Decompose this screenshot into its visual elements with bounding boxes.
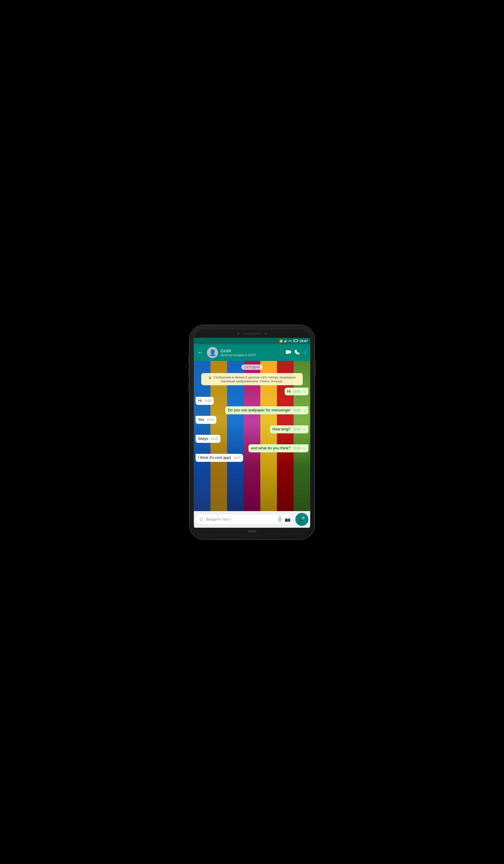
- contact-name: Grish: [220, 348, 284, 353]
- camera-button[interactable]: 📷: [285, 516, 291, 522]
- attach-button[interactable]: 📎: [276, 515, 284, 524]
- contact-status: был(-а) сегодня в 19:07: [220, 353, 284, 357]
- wifi-icon: 📶: [279, 339, 283, 343]
- silent-button: [189, 382, 190, 391]
- phone-bottom-bar: [194, 528, 310, 535]
- message-row: Do you use wallpaper for messenger 19:05…: [196, 406, 308, 414]
- svg-rect-1: [285, 341, 285, 342]
- emoji-button[interactable]: ☺: [199, 516, 204, 523]
- message-row: Hi 19:05 ✓✓: [196, 388, 308, 396]
- message-bubble: Hi 19:05 ✓✓: [285, 388, 308, 396]
- sensor: [264, 333, 267, 335]
- message-bubble: Do you use wallpaper for messenger 19:05…: [225, 406, 308, 414]
- svg-rect-2: [286, 340, 286, 342]
- home-button: [248, 530, 256, 532]
- message-text: Do you use wallpaper for messenger: [228, 408, 291, 412]
- status-icons: 📶 8%: [279, 339, 308, 343]
- message-meta: 19:06 ✓✓: [293, 446, 306, 450]
- battery-icon: [293, 339, 298, 343]
- voice-call-icon[interactable]: [295, 350, 300, 356]
- phone-top-notch: [194, 329, 310, 338]
- messages-container: СЕГОДНЯ 🔒 Сообщения и звонки в данном ча…: [194, 361, 310, 465]
- mic-icon: 🎤: [299, 516, 305, 523]
- message-text: and what do you think?: [251, 446, 291, 450]
- message-text: I think it's cool app): [198, 455, 231, 460]
- message-text: Hi: [287, 389, 291, 394]
- power-button: [314, 361, 315, 376]
- message-meta: 19:07: [233, 456, 241, 460]
- message-text: 5days: [198, 436, 208, 441]
- message-time: 19:05: [293, 408, 300, 412]
- message-row: Yes 19:06: [196, 416, 308, 424]
- volume-up-button: [189, 355, 190, 364]
- message-time: 19:06: [207, 418, 214, 422]
- message-row: 5days 19:06: [196, 435, 308, 443]
- mic-button[interactable]: 🎤: [295, 513, 308, 526]
- message-time: 19:06: [293, 446, 300, 450]
- status-time: 19:07: [300, 339, 308, 343]
- message-input-container: ☺ Введите текст 📎 📷: [196, 514, 293, 524]
- svg-rect-3: [286, 339, 287, 342]
- message-text: How long?: [273, 427, 291, 431]
- message-meta: 19:06 ✓✓: [293, 428, 306, 431]
- message-meta: 19:05 ✓✓: [293, 390, 306, 394]
- message-bubble: How long? 19:06 ✓✓: [270, 425, 308, 433]
- message-row: I think it's cool app) 19:07: [196, 454, 308, 462]
- back-button[interactable]: ←: [196, 348, 204, 357]
- message-row: Hi 19:05: [196, 397, 308, 405]
- message-text: Yes: [198, 417, 204, 422]
- message-bubble: 5days 19:06: [196, 435, 220, 443]
- svg-rect-6: [294, 340, 295, 341]
- input-bar: ☺ Введите текст 📎 📷 🎤: [194, 511, 310, 528]
- message-bubble: and what do you think? 19:06 ✓✓: [249, 444, 308, 452]
- signal-icon: [284, 339, 287, 343]
- phone-screen: 📶 8%: [194, 329, 310, 535]
- earpiece-speaker: [243, 333, 261, 335]
- message-time: 19:06: [211, 437, 218, 441]
- front-camera: [237, 333, 240, 335]
- status-bar: 📶 8%: [194, 338, 310, 344]
- chat-header: ← 👤 Grish был(-а) сегодня в 19:07: [194, 344, 310, 361]
- message-meta: 19:05 ✓✓: [293, 408, 306, 412]
- message-time: 19:07: [233, 456, 241, 460]
- svg-rect-7: [286, 350, 289, 354]
- svg-marker-8: [289, 350, 291, 354]
- message-time: 19:05: [293, 390, 300, 394]
- message-row: How long? 19:06 ✓✓: [196, 425, 308, 433]
- battery-percent: 8%: [288, 339, 292, 343]
- avatar-icon: 👤: [209, 349, 216, 356]
- message-time: 19:06: [293, 428, 300, 431]
- volume-down-button: [189, 368, 190, 377]
- chat-area: СЕГОДНЯ 🔒 Сообщения и звонки в данном ча…: [194, 361, 310, 511]
- read-receipt-icon: ✓✓: [301, 390, 306, 394]
- avatar[interactable]: 👤: [207, 347, 218, 358]
- more-options-icon[interactable]: ⋮: [303, 350, 308, 355]
- phone-device: 📶 8%: [190, 325, 314, 539]
- encryption-notice: 🔒 Сообщения и звонки в данном чате тепер…: [201, 373, 303, 385]
- contact-info[interactable]: Grish был(-а) сегодня в 19:07: [220, 348, 284, 357]
- read-receipt-icon: ✓✓: [301, 408, 306, 412]
- message-input[interactable]: Введите текст: [206, 517, 275, 521]
- app-screen: 📶 8%: [194, 338, 310, 528]
- message-bubble: Hi 19:05: [196, 397, 214, 405]
- message-time: 19:05: [204, 399, 211, 403]
- message-bubble: Yes 19:06: [196, 416, 216, 424]
- read-receipt-icon: ✓✓: [301, 428, 306, 431]
- message-meta: 19:05: [204, 399, 211, 403]
- encryption-text: 🔒 Сообщения и звонки в данном чате тепер…: [208, 375, 296, 383]
- header-actions: ⋮: [286, 350, 308, 356]
- message-text: Hi: [198, 398, 202, 403]
- svg-rect-5: [297, 340, 298, 341]
- read-receipt-icon: ✓✓: [301, 446, 306, 450]
- date-badge: СЕГОДНЯ: [241, 364, 263, 370]
- video-call-icon[interactable]: [286, 350, 291, 355]
- message-meta: 19:06: [211, 437, 218, 441]
- svg-rect-0: [284, 341, 284, 342]
- message-bubble: I think it's cool app) 19:07: [196, 454, 243, 462]
- message-row: and what do you think? 19:06 ✓✓: [196, 444, 308, 452]
- message-meta: 19:06: [207, 418, 214, 422]
